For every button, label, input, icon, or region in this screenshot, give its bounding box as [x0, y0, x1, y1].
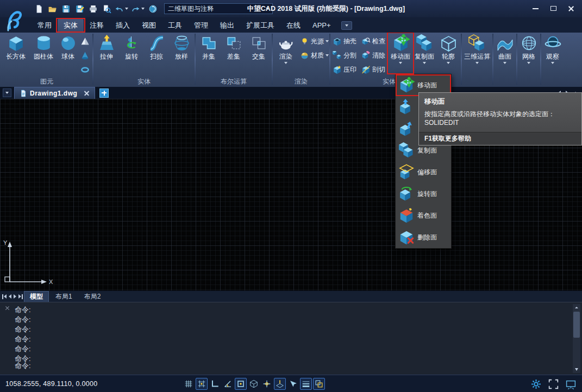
ribbon-tab-注释[interactable]: 注释	[84, 18, 110, 33]
next-layout-button[interactable]	[14, 293, 16, 301]
cone-icon	[80, 51, 90, 60]
button-label: 渲染	[279, 53, 292, 61]
imprint-button[interactable]: 压印	[331, 63, 360, 77]
save-button[interactable]	[60, 3, 72, 15]
polar-tracking-toggle[interactable]	[222, 378, 234, 390]
pyramid-button[interactable]	[79, 35, 91, 47]
undo-button[interactable]	[114, 3, 129, 15]
ribbon-options-button[interactable]	[341, 21, 352, 30]
previous-layout-button[interactable]	[9, 293, 11, 301]
clean-screen-button[interactable]	[565, 378, 577, 390]
ribbon-tab-输出[interactable]: 输出	[214, 18, 240, 33]
command-scrollbar[interactable]	[573, 304, 580, 373]
layout-tab-布局1[interactable]: 布局1	[50, 291, 78, 302]
box-button[interactable]: 长方体	[2, 33, 30, 77]
open-file-button[interactable]	[46, 3, 58, 15]
extrude-button[interactable]: 拉伸	[94, 33, 119, 77]
dynamic-input-toggle[interactable]	[287, 378, 299, 390]
command-window[interactable]: 命令:命令:命令:命令:命令:命令: 命令:	[0, 302, 582, 375]
panel-separator	[272, 34, 273, 85]
separate-button[interactable]: 分割	[331, 49, 360, 62]
observe-button[interactable]: 观察	[542, 33, 564, 77]
surface-button[interactable]: 曲面	[494, 33, 516, 77]
copy-face-button[interactable]: 复制面	[412, 33, 436, 77]
button-label: 观察	[546, 53, 559, 61]
mesh-button[interactable]: 网格	[518, 33, 540, 77]
subtract-button[interactable]: 差集	[221, 33, 246, 77]
plot-preview-button[interactable]	[101, 3, 112, 15]
move-face-button[interactable]: 移动面	[389, 33, 412, 77]
cone-button[interactable]	[79, 49, 91, 61]
print-button[interactable]	[87, 3, 99, 15]
ribbon-tab-插入[interactable]: 插入	[110, 18, 136, 33]
ribbon-tab-视图[interactable]: 视图	[136, 18, 162, 33]
ortho-mode-toggle[interactable]	[209, 378, 221, 390]
outline-button[interactable]: 轮廓	[436, 33, 460, 77]
layout-tab-模型[interactable]: 模型	[24, 291, 49, 302]
gear-button[interactable]	[530, 378, 542, 390]
new-document-button[interactable]	[99, 88, 109, 98]
union-button[interactable]: 并集	[196, 33, 221, 77]
close-button[interactable]	[564, 3, 579, 14]
delete-face-icon	[398, 229, 415, 245]
ribbon-tab-在线[interactable]: 在线	[280, 18, 306, 33]
menu-item-删除面[interactable]: 删除面	[396, 226, 451, 248]
ribbon-tab-工具[interactable]: 工具	[162, 18, 188, 33]
close-document-icon[interactable]	[84, 90, 90, 96]
maximize-button[interactable]	[546, 3, 561, 14]
scroll-up-icon[interactable]	[573, 304, 580, 311]
dynamic-ucs-toggle[interactable]	[274, 378, 286, 390]
ribbon-tab-管理[interactable]: 管理	[188, 18, 214, 33]
loft-button[interactable]: 放样	[169, 33, 194, 77]
ribbon-tab-实体[interactable]: 实体	[58, 18, 84, 33]
save-as-button[interactable]	[73, 3, 85, 15]
shell-button[interactable]: 抽壳	[331, 35, 360, 48]
object-snap-tracking-toggle[interactable]	[261, 378, 273, 390]
document-tab[interactable]: Drawing1.dwg	[14, 87, 95, 99]
cylinder-button[interactable]: 圆柱体	[30, 33, 57, 77]
clean-button[interactable]: 清除	[360, 49, 389, 62]
redo-button[interactable]	[130, 3, 145, 15]
document-list-button[interactable]	[3, 88, 11, 97]
ribbon-tab-APP+[interactable]: APP+	[306, 18, 337, 33]
snap-mode-toggle[interactable]	[196, 378, 208, 390]
light-button[interactable]: 光源	[298, 35, 329, 48]
object-snap-toggle[interactable]	[235, 378, 247, 390]
torus-button[interactable]	[79, 64, 91, 75]
command-prompt[interactable]: 命令:	[15, 361, 31, 371]
new-file-button[interactable]	[33, 3, 45, 15]
first-layout-button[interactable]	[2, 293, 7, 301]
osnap3d-icon	[249, 379, 259, 389]
check-button[interactable]: 检查	[360, 35, 389, 48]
tooltip-description: 按指定高度或沿路径移动实体对象的选定面：	[424, 110, 581, 118]
workspace-switch-button[interactable]	[147, 3, 159, 15]
minimize-button[interactable]	[528, 3, 543, 14]
sphere-button[interactable]: 球体	[57, 33, 79, 77]
menu-item-偏移面[interactable]: 偏移面	[396, 161, 451, 183]
button-label: 网格	[522, 53, 535, 61]
menu-item-旋转面[interactable]: 旋转面	[396, 183, 451, 205]
layout-tab-布局2[interactable]: 布局2	[79, 291, 107, 302]
qundo-icon	[115, 4, 124, 14]
fullscreen-button[interactable]	[547, 378, 559, 390]
material-button[interactable]: 材质	[298, 49, 329, 62]
grid-display-toggle[interactable]	[183, 378, 195, 390]
ribbon-tab-扩展工具[interactable]: 扩展工具	[240, 18, 280, 33]
ribbon-tab-常用[interactable]: 常用	[32, 18, 58, 33]
slice-button[interactable]: 剖切	[360, 63, 389, 77]
sweep-button[interactable]: 扫掠	[144, 33, 169, 77]
op3d-button[interactable]: 三维运算	[462, 33, 492, 77]
scrollbar-thumb[interactable]	[573, 312, 580, 338]
intersect-button[interactable]: 交集	[246, 33, 271, 77]
revolve-button[interactable]: 旋转	[119, 33, 144, 77]
last-layout-button[interactable]	[18, 293, 23, 301]
render-button[interactable]: 渲染	[273, 33, 298, 77]
scroll-down-icon[interactable]	[573, 366, 580, 373]
selection-cycling-toggle[interactable]	[313, 378, 325, 390]
lineweight-display-toggle[interactable]	[300, 378, 312, 390]
button-label: 材质	[311, 51, 324, 60]
menu-item-着色面[interactable]: 着色面	[396, 205, 451, 226]
chevron-down-icon	[345, 24, 348, 28]
object-snap-3d-toggle[interactable]	[248, 378, 260, 390]
panel-primitives: 长方体圆柱体球体图元	[2, 33, 92, 87]
